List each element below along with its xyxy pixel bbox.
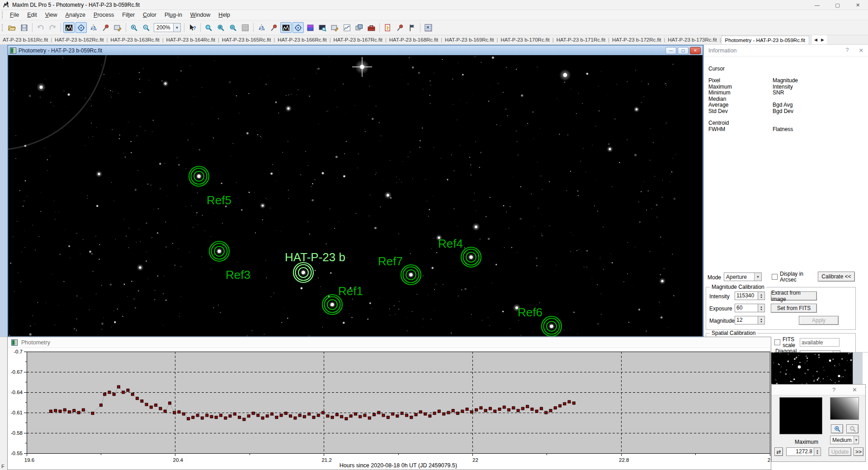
menu-item-process[interactable]: Process	[90, 10, 118, 19]
screen-stretch-icon[interactable]	[63, 22, 75, 33]
tab-hat-p-23-b-162rc-fit[interactable]: HAT-P-23 b-162Rc.fit	[52, 36, 106, 43]
menu-item-plugin[interactable]: Plug-in	[160, 10, 186, 19]
zoom-out-icon[interactable]	[141, 22, 152, 33]
menu-item-help[interactable]: Help	[214, 10, 234, 19]
tab-hat-p-23-b-164rc-fit[interactable]: HAT-P-23 b-164Rc.fit	[164, 36, 218, 43]
zoom-level-combobox[interactable]: 200%▼	[154, 23, 181, 32]
open-file-icon[interactable]	[6, 22, 18, 33]
toolbar-separator	[200, 23, 201, 32]
chevron-down-icon[interactable]: ▼	[854, 436, 859, 444]
zoom-out-alt-icon[interactable]	[227, 22, 239, 33]
tab-hat-p-23-b-169rc-fit[interactable]: HAT-P-23 b-169Rc.fit	[442, 36, 496, 43]
expand-button[interactable]: >>	[854, 447, 863, 456]
set-from-fits-button[interactable]: Set from FITS	[771, 304, 817, 313]
screen-stretch-2-icon[interactable]	[280, 22, 292, 33]
flip-icon[interactable]	[88, 22, 99, 33]
tab-active-photometry[interactable]: Photometry - HAT-P-23 b-059Rc.fit	[721, 36, 809, 44]
maximum-value-input[interactable]: 1272.8	[786, 447, 814, 456]
menu-item-edit[interactable]: Edit	[23, 10, 41, 19]
info-label-average: Average	[708, 102, 728, 108]
intensity-spinner[interactable]: 115340▲▼	[735, 291, 765, 300]
pixel-grid-icon[interactable]	[423, 22, 434, 33]
app-close-button[interactable]: ✕	[848, 0, 868, 10]
flag-icon[interactable]	[406, 22, 418, 33]
image-window-restore-button[interactable]: ▢	[678, 47, 689, 54]
fits-image-canvas[interactable]: HAT-P-23 bRef5Ref3Ref1Ref7Ref4Ref6	[8, 55, 703, 336]
undo-icon[interactable]	[35, 22, 46, 33]
tab-hat-p-23-b-165rc-fit[interactable]: HAT-P-23 b-165Rc.fit	[219, 36, 274, 43]
update-button[interactable]: Update	[829, 447, 851, 456]
screen-zoom-icon[interactable]	[317, 22, 328, 33]
info-label-snr: SNR	[773, 89, 784, 96]
new-doc-icon[interactable]	[382, 22, 393, 33]
tab-hat-p-23-b-166rc-fit[interactable]: HAT-P-23 b-166Rc.fit	[275, 36, 329, 43]
maximum-spinner[interactable]: ▲▼	[814, 447, 821, 456]
menu-item-window[interactable]: Window	[186, 10, 214, 19]
tab-hat-p-23-b-168rc-fit[interactable]: HAT-P-23 b-168Rc.fit	[387, 36, 441, 43]
tab-hat-p-23-b-173rc-fit[interactable]: HAT-P-23 b-173Rc.fit	[665, 36, 719, 43]
aperture-icon[interactable]	[75, 22, 87, 33]
app-minimize-button[interactable]: —	[807, 0, 827, 10]
color-area-icon[interactable]	[305, 22, 316, 33]
edit-region-icon[interactable]	[329, 22, 340, 33]
image-window-minimize-button[interactable]: —	[665, 47, 676, 54]
pin-2-icon[interactable]	[268, 22, 279, 33]
apply-button[interactable]: Apply	[799, 316, 839, 325]
menu-item-file[interactable]: File	[6, 10, 23, 19]
menu-item-analyze[interactable]: Analyze	[61, 10, 90, 19]
fits-label: FITS	[783, 336, 794, 343]
app-maximize-button[interactable]: ▢	[827, 0, 848, 10]
tab-hat-p-23-b-167rc-fit[interactable]: HAT-P-23 b-167Rc.fit	[330, 36, 385, 43]
zoom-in-alt-icon[interactable]	[215, 22, 226, 33]
image-stack-icon[interactable]	[354, 22, 365, 33]
toolbox-icon[interactable]	[366, 22, 377, 33]
tab-hat-p-23-b-170rc-fit[interactable]: HAT-P-23 b-170Rc.fit	[498, 36, 552, 43]
chevron-down-icon[interactable]: ▼	[173, 24, 180, 32]
flip-2-icon[interactable]	[256, 22, 267, 33]
redo-icon[interactable]	[47, 22, 58, 33]
magnify-icon[interactable]	[203, 22, 214, 33]
tab-scroll-right-icon[interactable]: ▶	[821, 38, 824, 42]
save-icon[interactable]	[19, 22, 30, 33]
magnitude-spinner[interactable]: 12▲▼	[735, 316, 765, 324]
information-close-button[interactable]: ✕	[859, 47, 863, 54]
extract-from-image-button[interactable]: Extract from image	[771, 291, 817, 301]
aperture-2-icon[interactable]	[292, 22, 304, 33]
stretch-mode-dropdown[interactable]: Medium▼	[830, 436, 859, 444]
tab-hat-p-23-b-163rc-fit[interactable]: HAT-P-23 b-163Rc.fit	[108, 36, 162, 43]
screen-stretch-title-bar[interactable]: ? ✕	[772, 385, 865, 395]
swap-min-max-button[interactable]: ⇄	[774, 447, 783, 456]
histogram-display[interactable]	[779, 397, 822, 434]
image-window-title-bar[interactable]: Photometry - HAT-P-23 b-059Rc.fit — ▢ ✕	[8, 46, 703, 55]
thumbnail-image-strip[interactable]	[771, 352, 853, 384]
line-profile-icon[interactable]	[341, 22, 353, 33]
menu-item-filter[interactable]: Filter	[118, 10, 139, 19]
tab-hat-p-23-b-172rc-fit[interactable]: HAT-P-23 b-172Rc.fit	[609, 36, 664, 43]
dither-icon[interactable]	[240, 22, 251, 33]
mode-dropdown[interactable]: Aperture▼	[724, 273, 762, 281]
chevron-down-icon[interactable]: ▼	[754, 273, 761, 281]
menu-item-view[interactable]: View	[41, 10, 61, 19]
tab-scroll-left-icon[interactable]: ◀	[814, 38, 817, 42]
screen-stretch-help-button[interactable]: ?	[832, 386, 835, 393]
info-label-maximum: Maximum	[708, 84, 732, 90]
display-in-arcsec-checkbox[interactable]	[772, 274, 778, 280]
image-window-close-button[interactable]: ✕	[690, 47, 701, 54]
information-help-button[interactable]: ?	[846, 47, 849, 54]
tab-hat-p-23-b-171rc-fit[interactable]: HAT-P-23 b-171Rc.fit	[554, 36, 608, 43]
menu-item-color[interactable]: Color	[139, 10, 160, 19]
light-curve-chart[interactable]: -0.7-0.67-0.64-0.61-0.58-0.5519.620.421.…	[8, 348, 771, 470]
pin-icon[interactable]	[100, 22, 111, 33]
plot-window-title-bar[interactable]: Photometry	[8, 337, 771, 348]
stretch-zoom-in-button[interactable]	[831, 424, 843, 433]
stretch-zoom-out-button[interactable]	[846, 424, 859, 433]
exposure-spinner[interactable]: 60▲▼	[735, 304, 765, 312]
context-help-icon[interactable]: ?	[187, 22, 198, 33]
screen-stretch-close-button[interactable]: ✕	[852, 386, 857, 393]
tab-at-p-23-b-161rc-fit[interactable]: AT-P-23 b-161Rc.fit	[0, 36, 51, 43]
edit-screen-icon[interactable]	[112, 22, 123, 33]
fits-scale-checkbox[interactable]	[774, 339, 780, 345]
zoom-in-icon[interactable]	[128, 22, 140, 33]
pin-3-icon[interactable]	[394, 22, 406, 33]
calibrate-button[interactable]: Calibrate <<	[818, 272, 855, 282]
